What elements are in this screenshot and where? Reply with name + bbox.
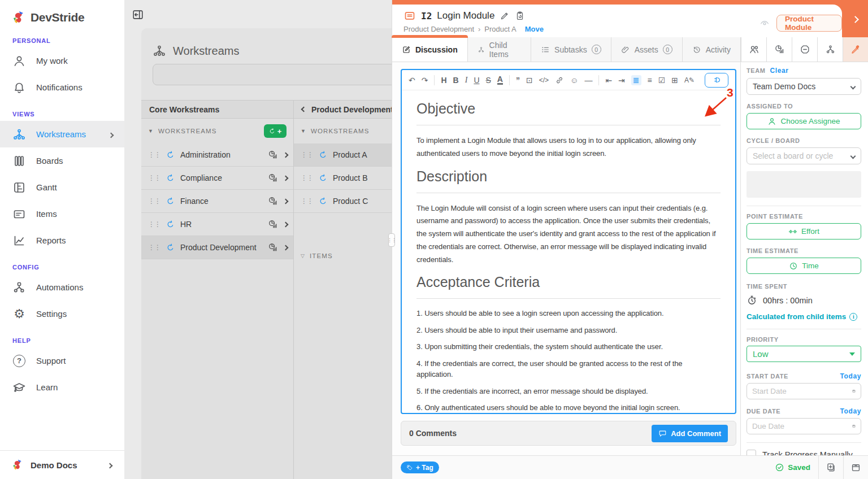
due-date-input[interactable] [752,422,852,430]
workstream-row-compliance[interactable]: ⋮⋮ Compliance [141,167,293,190]
drag-handle-icon[interactable]: ⋮⋮ [148,151,160,158]
archive-item-button[interactable] [844,456,868,479]
drag-handle-icon[interactable]: ⋮⋮ [148,221,160,228]
effort-button[interactable]: Effort [747,223,861,240]
editor-content[interactable]: Objective To implement a Login Module th… [402,90,735,413]
brand-logo[interactable]: DevStride [0,0,124,27]
bold-icon[interactable]: B [453,76,459,84]
add-comment-button[interactable]: Add Comment [652,425,728,442]
tab-blockers[interactable] [792,37,817,62]
ordered-list-icon[interactable]: ≣ [631,75,641,85]
breadcrumb-product-a[interactable]: Product A [484,25,516,33]
due-date-field[interactable] [747,418,861,434]
sidebar-item-boards[interactable]: Boards [0,147,124,174]
drag-handle-icon[interactable]: ⋮⋮ [148,244,160,251]
start-date-input[interactable] [752,387,852,395]
underline-icon[interactable]: U [474,76,479,84]
ai-assist-button[interactable] [705,73,728,88]
drag-handle-icon[interactable]: ⋮⋮ [148,198,160,204]
outdent-icon[interactable]: ⇤ [605,76,612,84]
collapse-sidebar-icon[interactable] [132,8,144,21]
team-select[interactable]: Team Demo Docs [747,78,861,95]
heading-icon[interactable]: H [441,76,446,84]
watch-eye-icon[interactable] [758,18,771,28]
text-color-icon[interactable]: A [497,75,503,85]
inline-code-icon[interactable]: </> [539,77,549,84]
workstreams-section-row[interactable]: ▼ WORKSTREAMS + [141,119,293,143]
drag-handle-icon[interactable]: ⋮⋮ [301,175,313,181]
redo-icon[interactable]: ↷ [422,76,428,84]
horizontal-rule-icon[interactable]: — [584,76,592,84]
chevron-left-icon[interactable] [301,107,307,112]
stats-icon[interactable] [268,173,278,183]
tab-stats[interactable] [766,37,792,62]
priority-select[interactable]: Low [747,346,861,362]
chevron-right-icon[interactable] [283,198,289,204]
tab-child-items[interactable]: Child Items [468,37,531,62]
chevron-right-icon[interactable] [283,221,289,227]
calendar-icon[interactable] [852,386,856,396]
move-link[interactable]: Move [525,25,544,33]
sidebar-item-items[interactable]: Items [0,201,124,227]
strikethrough-icon[interactable]: S [486,76,491,84]
blockquote-icon[interactable]: ” [516,76,520,84]
drag-handle-icon[interactable]: ⋮⋮ [148,175,160,181]
sidebar-item-workstreams[interactable]: Workstreams [0,121,124,147]
spellcheck-icon[interactable]: A✎ [684,77,695,84]
tab-people[interactable] [741,37,766,62]
sidebar-item-my-work[interactable]: My work [0,47,124,74]
add-workstream-button[interactable]: + [264,124,287,138]
stats-icon[interactable] [268,150,278,160]
tab-assets[interactable]: Assets 0 [611,37,683,62]
chevron-right-icon[interactable] [283,152,289,158]
cycle-board-select[interactable]: Select a board or cycle [747,147,861,164]
code-block-icon[interactable]: ⊡ [526,76,533,84]
table-icon[interactable]: ⊞ [671,76,678,84]
sidebar-item-notifications[interactable]: Notifications [0,74,124,101]
undo-icon[interactable]: ↶ [409,76,415,84]
emoji-icon[interactable]: ☺ [570,76,578,84]
stats-icon[interactable] [268,242,278,252]
workstream-row-product-development[interactable]: ⋮⋮ Product Development [141,236,293,259]
stats-icon[interactable] [268,196,278,206]
duplicate-item-button[interactable] [819,456,843,479]
sidebar-item-automations[interactable]: Automations [0,274,124,301]
drag-handle-icon[interactable]: ⋮⋮ [301,151,313,158]
tab-relations[interactable] [817,37,843,62]
team-clear-link[interactable]: Clear [770,67,789,75]
stats-icon[interactable] [268,219,278,229]
workstream-row-finance[interactable]: ⋮⋮ Finance [141,190,293,213]
sidebar-item-learn[interactable]: Learn [0,374,124,400]
task-list-icon[interactable]: ☑ [658,76,666,84]
calendar-icon[interactable] [852,421,856,431]
choose-assignee-button[interactable]: Choose Assignee [747,113,861,129]
rich-text-editor[interactable]: ↶ ↷ H B I U S A ” ⊡ </> ☺ — [401,69,736,414]
start-today-link[interactable]: Today [840,372,861,380]
expand-panel-button[interactable] [848,11,862,27]
item-type-badge[interactable]: Product Module [776,15,842,32]
workspace-switcher[interactable]: Demo Docs [0,450,124,479]
indent-icon[interactable]: ⇥ [618,76,625,84]
calculated-from-child-items-link[interactable]: Calculated from child items i [747,312,861,321]
sidebar-item-settings[interactable]: ⚙ Settings [0,301,124,327]
tab-discussion[interactable]: Discussion [392,37,468,62]
tab-subtasks[interactable]: Subtasks 0 [531,37,611,62]
workstream-row-administration[interactable]: ⋮⋮ Administration [141,143,293,167]
sidebar-item-reports[interactable]: Reports [0,227,124,254]
bullet-list-icon[interactable]: ≡ [648,76,652,84]
sidebar-item-support[interactable]: ? Support [0,347,124,374]
workstream-row-hr[interactable]: ⋮⋮ HR [141,213,293,236]
breadcrumb-product-development[interactable]: Product Development [403,25,474,33]
tab-activity[interactable]: Activity [683,37,741,62]
time-button[interactable]: Time [747,258,861,274]
link-icon[interactable] [555,76,564,85]
panel-resize-handle[interactable]: ⋮⋮ [388,233,395,247]
track-progress-checkbox[interactable] [747,450,756,455]
due-today-link[interactable]: Today [840,407,861,415]
tab-style-picker[interactable] [843,37,868,62]
add-tag-button[interactable]: + Tag [401,461,439,473]
edit-title-icon[interactable] [500,11,510,21]
italic-icon[interactable]: I [465,76,468,84]
start-date-field[interactable] [747,383,861,399]
copy-link-icon[interactable] [515,11,525,21]
